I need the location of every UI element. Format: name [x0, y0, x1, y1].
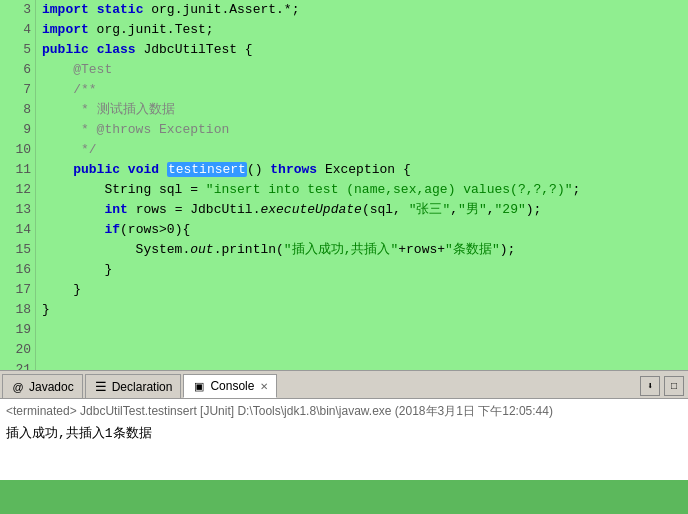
code-line: @Test [42, 60, 682, 80]
declaration-icon: ☰ [94, 380, 108, 394]
tab-javadoc[interactable]: @ Javadoc [2, 374, 83, 398]
tab-bar-actions: ⬇ □ [640, 376, 688, 398]
code-line: System.out.println("插入成功,共插入"+rows+"条数据"… [42, 240, 682, 260]
code-line: } [42, 260, 682, 280]
tab-console[interactable]: ▣ Console ✕ [183, 374, 277, 398]
line-numbers: 3 4 5 6 7 8 9 10 11 12 13 14 15 16 17 18… [0, 0, 36, 370]
console-status: <terminated> JdbcUtilTest.testinsert [JU… [6, 403, 682, 420]
tab-console-label: Console [210, 379, 254, 393]
tab-bar: @ Javadoc ☰ Declaration ▣ Console ✕ ⬇ □ [0, 370, 688, 398]
code-editor[interactable]: 3 4 5 6 7 8 9 10 11 12 13 14 15 16 17 18… [0, 0, 688, 370]
javadoc-icon: @ [11, 380, 25, 394]
tab-declaration[interactable]: ☰ Declaration [85, 374, 182, 398]
code-line: */ [42, 140, 682, 160]
tab-javadoc-label: Javadoc [29, 380, 74, 394]
code-text[interactable]: import static org.junit.Assert.*; import… [36, 0, 688, 370]
code-line: * 测试插入数据 [42, 100, 682, 120]
code-line: public class JdbcUtilTest { [42, 40, 682, 60]
code-line: public void testinsert() throws Exceptio… [42, 160, 682, 180]
code-line: /** [42, 80, 682, 100]
code-line: import org.junit.Test; [42, 20, 682, 40]
code-line: if(rows>0){ [42, 220, 682, 240]
code-line: } [42, 280, 682, 300]
console-close-icon[interactable]: ✕ [260, 381, 268, 392]
minimize-button[interactable]: ⬇ [640, 376, 660, 396]
console-icon: ▣ [192, 379, 206, 393]
code-line: } [42, 300, 682, 320]
code-line: String sql = "insert into test (name,sex… [42, 180, 682, 200]
code-line: * @throws Exception [42, 120, 682, 140]
code-line: import static org.junit.Assert.*; [42, 0, 682, 20]
console-panel: <terminated> JdbcUtilTest.testinsert [JU… [0, 398, 688, 480]
tab-declaration-label: Declaration [112, 380, 173, 394]
maximize-button[interactable]: □ [664, 376, 684, 396]
console-output: 插入成功,共插入1条数据 [6, 424, 682, 442]
code-line: int rows = JdbcUtil.executeUpdate(sql, "… [42, 200, 682, 220]
